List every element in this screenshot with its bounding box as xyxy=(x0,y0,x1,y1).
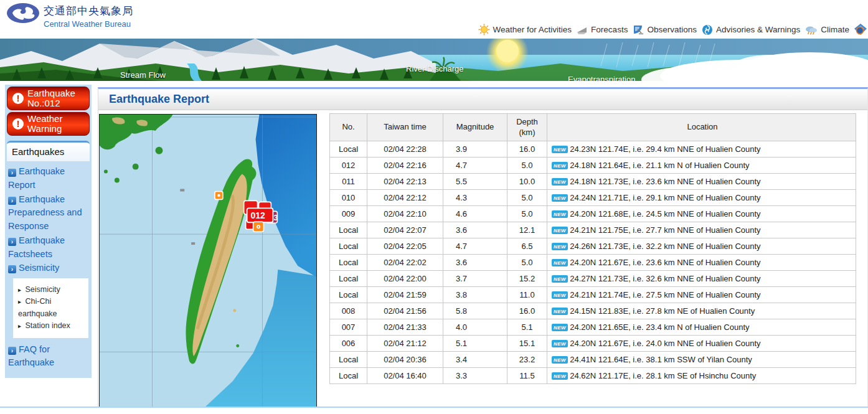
chevron-right-icon: › xyxy=(8,347,16,355)
location-text[interactable]: 24.21N 121.74E, i.e. 27.5 km NNE of Hual… xyxy=(570,290,760,299)
col-header-location: Location xyxy=(547,114,856,141)
svg-text:012: 012 xyxy=(251,210,265,220)
nav-item-forecasts[interactable]: Forecasts xyxy=(577,25,628,35)
triangle-right-icon: ▸ xyxy=(18,286,21,293)
table-row: Local 02/04 20:36 3.4 23.2 NEW24.41N 121… xyxy=(330,352,856,368)
earthquake-map[interactable]: 012 3 xyxy=(99,114,317,408)
typhoon-icon xyxy=(702,24,713,35)
banner-label-stream-flow: Stream Flow xyxy=(120,70,166,80)
logo-text: 交通部中央氣象局 Central Weather Bureau xyxy=(44,2,133,29)
table-row: Local 02/04 22:02 3.6 5.0 NEW24.20N 121.… xyxy=(330,255,856,271)
nav-item-observations[interactable]: Observations xyxy=(633,24,697,35)
location-text[interactable]: 24.20N 121.67E, i.e. 23.6 km NNE of Hual… xyxy=(570,258,760,267)
new-badge: NEW xyxy=(552,178,568,186)
submenu-item-station-index[interactable]: ▸ Station index xyxy=(18,320,85,332)
weather-warning-button[interactable]: ! WeatherWarning xyxy=(7,112,90,136)
seismicity-submenu: ▸ Seismicity ▸ Chi-Chi earthquake ▸ Stat… xyxy=(13,278,88,338)
triangle-right-icon: ▸ xyxy=(18,298,21,305)
table-row: Local 02/04 16:40 3.3 11.5 NEW24.62N 121… xyxy=(330,368,856,384)
satellite-dish-icon xyxy=(633,24,644,35)
chevron-right-icon: › xyxy=(8,265,16,273)
top-nav: Weather for Activities Forecasts xyxy=(478,24,849,35)
nav-item-weather-for-activities[interactable]: Weather for Activities xyxy=(478,24,572,35)
sidebar-item-earthquake-preparedness[interactable]: ›Earthquake Preparedness and Response xyxy=(8,193,88,233)
table-row: 012 02/04 22:16 4.7 5.0 NEW24.18N 121.64… xyxy=(330,158,856,174)
new-badge: NEW xyxy=(552,243,568,250)
submenu-item-seismicity[interactable]: ▸ Seismicity xyxy=(18,284,85,296)
page: 交通部中央氣象局 Central Weather Bureau Weather … xyxy=(0,0,868,414)
nav-item-climate[interactable]: Climate xyxy=(805,25,849,35)
main-title-bar: Earthquake Report xyxy=(98,89,867,110)
location-text[interactable]: 24.27N 121.73E, i.e. 32.6 km NNE of Hual… xyxy=(570,274,760,283)
location-text[interactable]: 24.20N 121.67E, i.e. 24.0 km NNE of Hual… xyxy=(570,339,760,348)
col-header-depth: Depth (km) xyxy=(507,114,547,141)
location-text[interactable]: 24.15N 121.83E, i.e. 27.8 km NE of Huali… xyxy=(570,306,755,316)
flag-icon xyxy=(577,25,588,35)
sidebar-item-earthquake-factsheets[interactable]: ›Earthquake Factsheets xyxy=(8,234,88,261)
new-badge: NEW xyxy=(552,308,568,315)
table-row: 007 02/04 21:33 4.0 5.1 NEW24.20N 121.65… xyxy=(330,319,856,336)
earthquake-table-body: No. Taiwan time Magnitude Depth (km) Loc… xyxy=(330,114,856,384)
table-row: 009 02/04 22:10 4.6 5.0 NEW24.20N 121.68… xyxy=(330,206,856,222)
sidebar-item-earthquake-report[interactable]: ›Earthquake Report xyxy=(8,165,88,192)
exclamation-icon: ! xyxy=(12,93,24,104)
new-badge: NEW xyxy=(552,291,568,299)
earthquake-alert-button[interactable]: ! EarthquakeNo.:012 xyxy=(7,87,90,110)
new-badge: NEW xyxy=(552,340,568,347)
location-text[interactable]: 24.24N 121.71E, i.e. 29.1 km NNE of Hual… xyxy=(570,193,760,202)
svg-text:3: 3 xyxy=(273,214,278,222)
logo-title-en: Central Weather Bureau xyxy=(44,19,133,29)
location-text[interactable]: 24.21N 121.75E, i.e. 27.7 km NNE of Hual… xyxy=(570,225,760,235)
sidebar: ! EarthquakeNo.:012 ! WeatherWarning Ear… xyxy=(5,85,92,378)
col-header-no: No. xyxy=(330,114,367,141)
rain-cloud-icon xyxy=(805,25,818,35)
hydrology-banner: Stream Flow River Discharge Evapotranspi… xyxy=(0,39,868,81)
sun-icon xyxy=(478,24,490,35)
col-header-time: Taiwan time xyxy=(367,114,443,141)
weather-warning-label: WeatherWarning xyxy=(27,114,62,134)
nav-label: Weather for Activities xyxy=(493,25,572,34)
footer-divider xyxy=(0,407,868,408)
table-row: 006 02/04 21:12 5.1 15.1 NEW24.20N 121.6… xyxy=(330,336,856,352)
location-text[interactable]: 24.26N 121.73E, i.e. 32.2 km NNE of Hual… xyxy=(570,242,760,251)
earthquake-table: No. Taiwan time Magnitude Depth (km) Loc… xyxy=(329,113,856,384)
new-badge: NEW xyxy=(552,146,568,153)
new-badge: NEW xyxy=(552,372,568,380)
map-marker-orange xyxy=(215,191,223,199)
cwb-logo[interactable]: 交通部中央氣象局 Central Weather Bureau xyxy=(6,2,133,29)
table-header-row: No. Taiwan time Magnitude Depth (km) Loc… xyxy=(330,114,856,141)
new-badge: NEW xyxy=(552,259,568,266)
new-badge: NEW xyxy=(552,227,568,234)
main-content: Earthquake Report xyxy=(98,87,868,407)
table-row: Local 02/04 22:00 3.7 15.2 NEW24.27N 121… xyxy=(330,271,856,287)
table-row: 011 02/04 22:13 5.5 10.0 NEW24.18N 121.7… xyxy=(330,174,856,190)
new-badge: NEW xyxy=(552,356,568,364)
location-text[interactable]: 24.62N 121.17E, i.e. 28.1 km SE of Hsinc… xyxy=(570,371,756,380)
location-text[interactable]: 24.20N 121.68E, i.e. 24.5 km NNE of Hual… xyxy=(570,209,760,219)
table-row: Local 02/04 22:05 4.7 6.5 NEW24.26N 121.… xyxy=(330,238,856,255)
location-text[interactable]: 24.18N 121.64E, i.e. 21.1 km N of Hualie… xyxy=(570,161,749,170)
new-badge: NEW xyxy=(552,210,568,218)
chevron-right-icon: › xyxy=(8,169,16,177)
location-text[interactable]: 24.18N 121.73E, i.e. 23.6 km NNE of Hual… xyxy=(570,177,760,186)
top-header: 交通部中央氣象局 Central Weather Bureau Weather … xyxy=(0,0,868,39)
table-row: 010 02/04 22:12 4.3 5.0 NEW24.24N 121.71… xyxy=(330,190,856,206)
sidebar-section-earthquakes: Earthquakes xyxy=(7,141,90,161)
nav-label: Observations xyxy=(647,25,697,34)
banner-label-river-discharge: River Discharge xyxy=(406,64,463,73)
new-badge: NEW xyxy=(552,324,568,331)
location-text[interactable]: 24.23N 121.74E, i.e. 29.4 km NNE of Hual… xyxy=(570,144,760,154)
location-text[interactable]: 24.41N 121.64E, i.e. 38.1 km SSW of Yila… xyxy=(570,355,752,364)
chevron-right-icon: › xyxy=(8,238,16,246)
exclamation-icon: ! xyxy=(12,118,24,129)
satellite-icon[interactable] xyxy=(853,22,868,40)
sidebar-menu: ›Earthquake Report ›Earthquake Preparedn… xyxy=(7,161,90,370)
nav-item-advisories-warnings[interactable]: Advisories & Warnings xyxy=(702,24,800,35)
nav-label: Forecasts xyxy=(591,25,628,34)
submenu-item-chichi-earthquake[interactable]: ▸ Chi-Chi earthquake xyxy=(18,296,85,320)
sidebar-item-seismicity[interactable]: ›Seismicity xyxy=(8,261,88,275)
location-text[interactable]: 24.20N 121.65E, i.e. 23.4 km N of Hualie… xyxy=(570,322,749,332)
earthquake-alert-label: EarthquakeNo.:012 xyxy=(27,88,75,108)
table-row: Local 02/04 22:28 3.9 16.0 NEW24.23N 121… xyxy=(330,141,856,158)
sidebar-item-faq-earthquake[interactable]: ›FAQ for Earthquake xyxy=(8,343,88,370)
